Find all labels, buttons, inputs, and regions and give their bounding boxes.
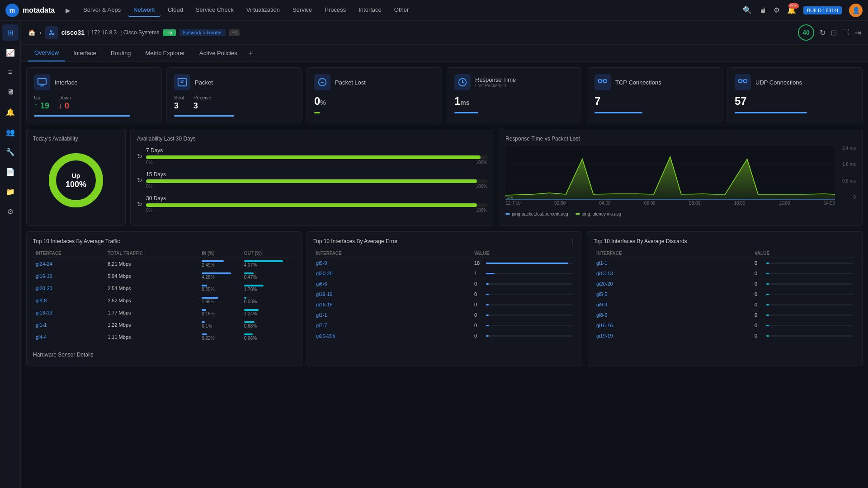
nav-item-cloud[interactable]: Cloud [162, 4, 189, 17]
device-status: Up [163, 29, 176, 36]
home-icon[interactable]: 🏠 [28, 29, 36, 36]
user-avatar[interactable]: 👤 [849, 4, 863, 17]
table-row: gi6-6 0 [313, 279, 576, 289]
iface-link[interactable]: gi1-1 [33, 319, 105, 331]
iface-link[interactable]: gi19-19 [313, 289, 472, 300]
tab-overview[interactable]: Overview [28, 45, 65, 61]
out-bar-cell: 0.88% [241, 319, 295, 331]
nav-item-servicecheck[interactable]: Service Check [190, 4, 239, 17]
collapse-icon[interactable]: ⇥ [855, 28, 861, 37]
iface-link[interactable]: gi9-9 [313, 258, 472, 268]
refresh-icon[interactable]: ↻ [820, 28, 826, 37]
in-bar-cell: 0.1% [199, 319, 241, 331]
nav-expand-icon[interactable]: ▶ [66, 7, 71, 14]
tab-metric-explorer[interactable]: Metric Explorer [139, 45, 191, 61]
table-row: gi20-20 0 [594, 279, 856, 289]
iface-link[interactable]: gi1-1 [313, 310, 472, 320]
response-time-bar [454, 112, 478, 113]
today-avail-title: Today's Availability [33, 136, 119, 142]
table-row: gi16-16 0 [594, 320, 856, 331]
packet-icon [174, 74, 190, 90]
iface-link[interactable]: gi1-1 [594, 258, 752, 268]
iface-link[interactable]: gi20-20 [594, 279, 752, 289]
sidebar-icon-list[interactable]: ≡ [2, 64, 19, 80]
error-value-cell: 0 [472, 331, 576, 341]
iface-link[interactable]: gi20-20b [313, 331, 472, 341]
iface-link[interactable]: gi9-9 [594, 300, 752, 310]
nav-item-service[interactable]: Service [287, 4, 317, 17]
iface-link[interactable]: gi8-8 [33, 295, 105, 307]
iface-link[interactable]: gi16-16 [313, 300, 472, 310]
traffic-table: INTERFACE TOTAL TRAFFIC IN (%) OUT (%) g… [33, 249, 295, 343]
avail-30days-row: ↻ 30 Days 0% 100% [137, 195, 487, 213]
packet-lost-title: Packet Lost [335, 79, 366, 86]
iface-link[interactable]: gi4-4 [33, 331, 105, 343]
search-icon[interactable]: 🔍 [743, 6, 752, 14]
nav-item-process[interactable]: Process [319, 4, 351, 17]
sidebar-icon-group[interactable]: 👥 [2, 124, 19, 140]
traffic-value: 5.94 Mbps [105, 270, 199, 282]
error-col-value: VALUE [472, 249, 576, 258]
tab-interface[interactable]: Interface [67, 45, 103, 61]
table-row: gi20-20 2.54 Mbps 0.25% 1.78% [33, 282, 295, 295]
settings-icon[interactable]: ⚙ [774, 6, 780, 14]
sidebar-icon-alert[interactable]: 🔔 [2, 104, 19, 120]
iface-link[interactable]: gi24-24 [33, 258, 105, 270]
interface-card: Interface Up ↑ 19 Down ↓ 0 [26, 67, 162, 123]
traffic-value: 1.22 Mbps [105, 319, 199, 331]
sidebar-icon-settings[interactable]: ⚙ [2, 203, 19, 220]
sidebar-icon-tool[interactable]: 🔧 [2, 144, 19, 160]
nav-item-interface[interactable]: Interface [353, 4, 387, 17]
out-bar-cell: 4.07% [241, 258, 295, 270]
nav-item-server[interactable]: Server & Apps [78, 4, 126, 17]
iface-link[interactable]: gi7-7 [313, 320, 472, 331]
packet-lost-bar [314, 112, 320, 113]
packet-lost-value: 0% [314, 95, 434, 108]
discards-table: INTERFACE VALUE gi1-1 0 gi13-13 0 gi20-2… [594, 249, 856, 341]
discards-table-title: Top 10 Interfaces By Average Discards [594, 238, 856, 244]
nav-item-other[interactable]: Other [389, 4, 415, 17]
table-row: gi9-9 0 [594, 300, 856, 310]
iface-link[interactable]: gi6-6 [313, 279, 472, 289]
iface-link[interactable]: gi19-19 [594, 331, 752, 341]
sidebar-icon-report[interactable]: 📄 [2, 164, 19, 180]
expand-icon[interactable]: ⊡ [831, 28, 837, 37]
interface-up: Up ↑ 19 [34, 95, 49, 111]
main-layout: ⊞ 📈 ≡ 🖥 🔔 👥 🔧 📄 📁 ⚙ 🏠 › 🖧 cisco31 | 172.… [0, 21, 868, 488]
nav-item-virtualization[interactable]: Virtualization [241, 4, 285, 17]
iface-link[interactable]: gi16-16 [594, 320, 752, 331]
tab-add-button[interactable]: + [245, 47, 255, 60]
iface-link[interactable]: gi13-13 [33, 307, 105, 319]
table-row: gi20-20 1 [313, 268, 576, 279]
svg-rect-13 [744, 80, 747, 83]
packet-lost-icon [314, 74, 330, 90]
error-table-more-icon[interactable]: ⋮ [569, 238, 576, 245]
tab-active-policies[interactable]: Active Policies [193, 45, 244, 61]
iface-link[interactable]: gi16-16 [33, 270, 105, 282]
traffic-col-interface: INTERFACE [33, 249, 105, 258]
monitor-icon[interactable]: 🖥 [759, 6, 766, 14]
iface-link[interactable]: gi20-20 [33, 282, 105, 295]
error-value-cell: 0 [472, 320, 576, 331]
sidebar-icon-grid[interactable]: ⊞ [2, 24, 19, 41]
error-col-interface: INTERFACE [313, 249, 472, 258]
tab-routing[interactable]: Routing [104, 45, 137, 61]
traffic-value: 2.54 Mbps [105, 282, 199, 295]
notification-icon[interactable]: 🔔 99+ [787, 6, 796, 14]
nav-item-network[interactable]: Network [128, 4, 160, 17]
sidebar-icon-file[interactable]: 📁 [2, 183, 19, 200]
sidebar-icon-monitor[interactable]: 🖥 [2, 84, 19, 100]
table-row: gi4-4 1.11 Mbps 0.22% 0.66% [33, 331, 295, 343]
fullscreen-icon[interactable]: ⛶ [842, 28, 849, 37]
table-row: gi8-8 2.52 Mbps 1.99% 0.03% [33, 295, 295, 307]
iface-link[interactable]: gi5-5 [594, 289, 752, 300]
iface-link[interactable]: gi13-13 [594, 268, 752, 279]
iface-link[interactable]: gi8-6 [594, 310, 752, 320]
response-chart-svg: 0% [505, 145, 835, 200]
iface-link[interactable]: gi20-20 [313, 268, 472, 279]
sidebar-icon-chart[interactable]: 📈 [2, 44, 19, 61]
traffic-table-card: Top 10 Interfaces By Average Traffic INT… [26, 231, 302, 366]
breadcrumb[interactable]: Network > Router [179, 29, 226, 36]
today-availability-card: Today's Availability Up 100% [26, 129, 126, 226]
more-tags-badge[interactable]: +2 [229, 29, 240, 36]
